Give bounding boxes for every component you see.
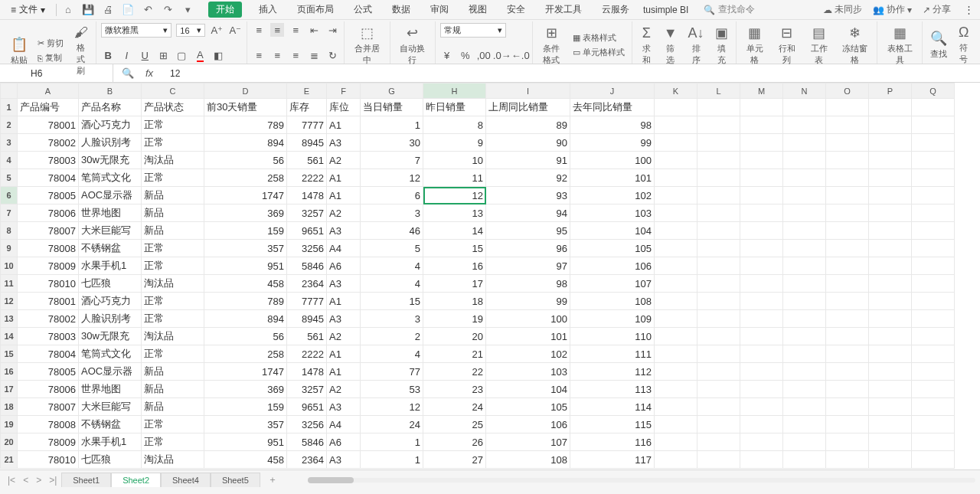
cell[interactable] — [740, 275, 783, 293]
cell-B14[interactable]: 30w无限充 — [79, 328, 142, 345]
cell[interactable] — [740, 345, 783, 363]
cell-E2[interactable]: 7777 — [287, 116, 327, 134]
worksheet-button[interactable]: ▤工作表 — [805, 23, 833, 67]
sheet-tab-Sheet5[interactable]: Sheet5 — [211, 473, 260, 487]
cell-F5[interactable]: A1 — [327, 169, 361, 187]
cell[interactable] — [912, 169, 955, 187]
row-header-15[interactable]: 15 — [1, 345, 18, 363]
bold-icon[interactable]: B — [101, 48, 115, 62]
cell[interactable] — [740, 293, 783, 310]
cell-J20[interactable]: 116 — [570, 433, 655, 451]
cut-button[interactable]: ✂剪切 — [35, 37, 66, 50]
cell-I20[interactable]: 107 — [486, 433, 570, 451]
col-header-N[interactable]: N — [783, 83, 826, 99]
cell[interactable] — [912, 99, 955, 116]
decrease-font-icon[interactable]: A⁻ — [228, 24, 242, 38]
cell-G16[interactable]: 77 — [361, 363, 423, 381]
cell-I5[interactable]: 92 — [486, 169, 570, 187]
cell-G9[interactable]: 5 — [361, 240, 423, 257]
cell-J13[interactable]: 109 — [570, 310, 655, 328]
cell[interactable] — [740, 328, 783, 345]
cell-I9[interactable]: 96 — [486, 240, 570, 257]
cell[interactable] — [826, 134, 869, 152]
cell[interactable] — [869, 310, 912, 328]
wrap-button[interactable]: ↩自动换行 — [395, 23, 430, 67]
cell-E16[interactable]: 1478 — [287, 363, 327, 381]
cell[interactable] — [655, 363, 697, 381]
table-tools-button[interactable]: ▦表格工具 — [882, 23, 917, 67]
cell[interactable] — [697, 257, 740, 275]
sheet-nav-last[interactable]: >| — [46, 475, 60, 486]
align-middle-icon[interactable]: ≡ — [270, 23, 284, 37]
cell[interactable] — [783, 99, 826, 116]
header-cell[interactable]: 库位 — [327, 99, 361, 116]
cell-J3[interactable]: 99 — [570, 134, 655, 152]
cell[interactable] — [826, 152, 869, 169]
cell[interactable] — [912, 116, 955, 134]
cell[interactable] — [697, 134, 740, 152]
sheet-tab-Sheet2[interactable]: Sheet2 — [111, 473, 161, 487]
cell-B9[interactable]: 不锈钢盆 — [79, 240, 142, 257]
cell[interactable] — [655, 116, 697, 134]
cell-J15[interactable]: 111 — [570, 345, 655, 363]
cell[interactable] — [912, 381, 955, 398]
cell-J7[interactable]: 103 — [570, 204, 655, 222]
cell[interactable] — [740, 169, 783, 187]
cell[interactable] — [912, 451, 955, 469]
cell-H14[interactable]: 20 — [423, 328, 486, 345]
cell[interactable] — [740, 116, 783, 134]
cell-G6[interactable]: 6 — [361, 187, 423, 204]
paste-button[interactable]: 📋粘贴 — [8, 34, 31, 67]
cell-C9[interactable]: 正常 — [142, 240, 204, 257]
cell[interactable] — [783, 451, 826, 469]
cell-E8[interactable]: 9651 — [287, 222, 327, 240]
cell[interactable] — [869, 257, 912, 275]
cell-C10[interactable]: 正常 — [142, 257, 204, 275]
cell-B2[interactable]: 酒心巧克力 — [79, 116, 142, 134]
cells-button[interactable]: ▦单元格 — [741, 23, 769, 67]
cell[interactable] — [655, 345, 697, 363]
cell[interactable] — [655, 240, 697, 257]
font-color-icon[interactable]: A — [193, 48, 207, 62]
cell-F12[interactable]: A1 — [327, 293, 361, 310]
cell-D18[interactable]: 159 — [204, 398, 287, 416]
sheet-nav-next[interactable]: > — [33, 475, 44, 486]
cell-J19[interactable]: 115 — [570, 416, 655, 433]
cell[interactable] — [697, 99, 740, 116]
cell-B11[interactable]: 七匹狼 — [79, 275, 142, 293]
cell-H8[interactable]: 14 — [423, 222, 486, 240]
cell-F7[interactable]: A2 — [327, 204, 361, 222]
cell-D2[interactable]: 789 — [204, 116, 287, 134]
col-header-F[interactable]: F — [327, 83, 361, 99]
cell-A13[interactable]: 78002 — [18, 310, 79, 328]
cell[interactable] — [869, 134, 912, 152]
cell-F4[interactable]: A2 — [327, 152, 361, 169]
cell[interactable] — [869, 240, 912, 257]
cell-F21[interactable]: A3 — [327, 451, 361, 469]
cell[interactable] — [783, 416, 826, 433]
cell-B20[interactable]: 水果手机1 — [79, 433, 142, 451]
cell[interactable] — [697, 381, 740, 398]
cell-I3[interactable]: 90 — [486, 134, 570, 152]
cell[interactable] — [740, 433, 783, 451]
cell-I18[interactable]: 105 — [486, 398, 570, 416]
cell-C8[interactable]: 新品 — [142, 222, 204, 240]
cell[interactable] — [826, 293, 869, 310]
cell-G3[interactable]: 30 — [361, 134, 423, 152]
cell-I2[interactable]: 89 — [486, 116, 570, 134]
cell[interactable] — [697, 152, 740, 169]
cell[interactable] — [783, 363, 826, 381]
cell-C5[interactable]: 正常 — [142, 169, 204, 187]
chevron-down-icon[interactable]: ▾ — [181, 3, 194, 17]
justify-icon[interactable]: ≣ — [307, 48, 321, 62]
copy-button[interactable]: ⎘复制 — [35, 51, 66, 64]
cell[interactable] — [655, 328, 697, 345]
cell[interactable] — [697, 433, 740, 451]
cell-J5[interactable]: 101 — [570, 169, 655, 187]
save-icon[interactable]: 💾 — [81, 3, 95, 17]
increase-decimal-icon[interactable]: .0→ — [495, 48, 509, 62]
cell-I10[interactable]: 97 — [486, 257, 570, 275]
cell[interactable] — [655, 381, 697, 398]
ribbon-tab-2[interactable]: 页面布局 — [294, 2, 337, 18]
name-box[interactable]: H6 — [0, 64, 113, 82]
